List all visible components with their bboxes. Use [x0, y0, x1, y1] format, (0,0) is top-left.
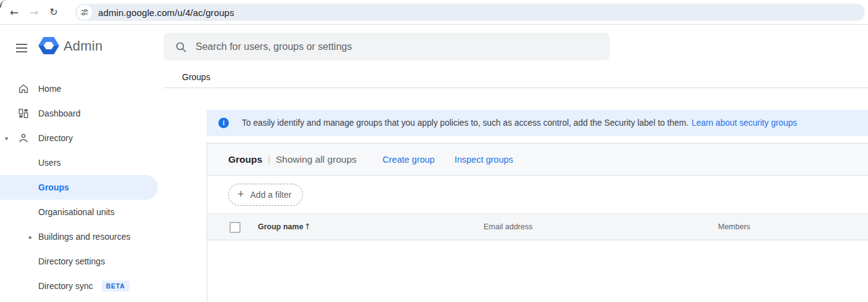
sidebar-item-home[interactable]: Home: [0, 76, 158, 101]
browser-toolbar: ← → ↻ admin.google.com/u/4/ac/groups: [0, 0, 868, 25]
header-divider: [163, 88, 868, 88]
product-name: Admin: [64, 38, 102, 54]
sidebar-item-label: Home: [38, 84, 61, 94]
browser-back-button[interactable]: ←: [4, 2, 24, 22]
main-menu-button[interactable]: [16, 43, 28, 53]
add-filter-label: Add a filter: [250, 190, 292, 200]
sidebar-item-label: Dashboard: [38, 108, 81, 118]
sidebar-item-users[interactable]: Users: [0, 150, 158, 175]
info-icon: i: [218, 118, 229, 128]
plus-icon: +: [238, 188, 244, 201]
site-settings-button[interactable]: [77, 5, 92, 20]
panel-subtitle: Showing all groups: [276, 154, 357, 165]
breadcrumb: Groups: [182, 72, 210, 82]
sidebar-item-directory-settings[interactable]: Directory settings: [0, 249, 158, 274]
admin-console-page: Admin Groups Home: [0, 25, 868, 302]
title-separator: |: [268, 154, 270, 165]
create-group-link[interactable]: Create group: [382, 155, 435, 165]
column-header-group-name[interactable]: Group name: [258, 222, 304, 231]
person-icon: [17, 132, 30, 144]
browser-reload-button[interactable]: ↻: [44, 2, 64, 22]
sidebar-item-dashboard[interactable]: Dashboard: [0, 101, 158, 126]
groups-table-body: [207, 240, 868, 302]
dashboard-icon: [17, 107, 30, 120]
column-header-email-address: Email address: [484, 222, 532, 231]
sort-ascending-icon: ↑: [304, 222, 311, 231]
beta-badge: BETA: [102, 280, 130, 292]
sidebar-item-directory[interactable]: ▾ Directory: [0, 126, 158, 150]
address-bar[interactable]: admin.google.com/u/4/ac/groups: [75, 4, 865, 21]
panel-title: Groups: [228, 154, 262, 165]
home-icon: [17, 83, 30, 95]
sidebar-item-directory-sync[interactable]: Directory sync BETA: [0, 274, 158, 298]
sidebar-item-buildings-and-resources[interactable]: ▸ Buildings and resources: [0, 224, 158, 249]
groups-panel-header: Groups | Showing all groups Create group…: [207, 144, 868, 176]
inspect-groups-link[interactable]: Inspect groups: [455, 155, 513, 165]
sidebar-item-groups[interactable]: Groups: [0, 175, 158, 200]
security-groups-banner: i To easily identify and manage groups t…: [207, 110, 868, 136]
filter-row: + Add a filter: [207, 176, 868, 213]
chevron-right-icon[interactable]: ▸: [29, 234, 32, 240]
sidebar-item-label: Users: [38, 158, 61, 168]
sidebar: Home Dashboard ▾ Directory: [0, 76, 158, 298]
url-text: admin.google.com/u/4/ac/groups: [98, 7, 234, 18]
search-icon: [175, 41, 187, 53]
groups-table-header: Group name ↑ Email address Members: [207, 213, 868, 240]
column-header-members: Members: [718, 222, 750, 231]
search-input[interactable]: [196, 33, 610, 60]
sidebar-item-organisational-units[interactable]: Organisational units: [0, 200, 158, 224]
admin-search-box[interactable]: [163, 33, 610, 60]
select-all-checkbox[interactable]: [229, 222, 241, 233]
sidebar-item-label: Directory settings: [38, 256, 105, 266]
add-filter-button[interactable]: + Add a filter: [228, 184, 303, 206]
browser-forward-button[interactable]: →: [24, 2, 44, 22]
sidebar-item-label: Groups: [38, 182, 69, 192]
banner-message: To easily identify and manage groups tha…: [242, 118, 688, 128]
admin-logo-icon: [38, 36, 59, 55]
sidebar-item-label: Directory sync: [38, 281, 93, 291]
groups-panel: Groups | Showing all groups Create group…: [207, 143, 868, 302]
learn-about-security-groups-link[interactable]: Learn about security groups: [692, 118, 797, 128]
sidebar-item-label: Buildings and resources: [38, 232, 130, 242]
sidebar-item-label: Organisational units: [38, 207, 115, 217]
chevron-down-icon[interactable]: ▾: [5, 135, 8, 142]
sidebar-item-label: Directory: [38, 133, 73, 143]
tune-icon: [80, 8, 89, 17]
